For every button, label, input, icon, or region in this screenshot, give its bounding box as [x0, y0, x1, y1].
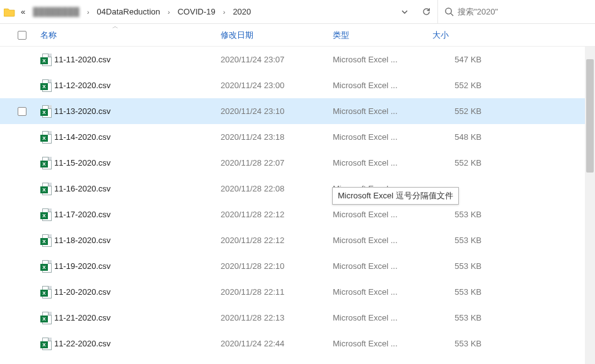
- column-headers: 名称 ︿ 修改日期 类型 大小: [0, 24, 595, 47]
- search-icon: [444, 7, 454, 16]
- breadcrumb-item-2[interactable]: COVID-19: [175, 4, 219, 19]
- row-checkbox[interactable]: [18, 107, 40, 116]
- file-type: Microsoft Excel ...: [333, 81, 432, 90]
- file-type: Microsoft Excel ...: [333, 236, 432, 245]
- chevron-right-icon[interactable]: ›: [165, 6, 173, 18]
- type-tooltip: Microsoft Excel 逗号分隔值文件: [332, 187, 459, 205]
- file-name: 11-15-2020.csv: [54, 158, 221, 168]
- file-row[interactable]: X 11-22-2020.csv 2020/11/24 22:44 Micros…: [0, 331, 585, 356]
- file-row[interactable]: X 11-16-2020.csv 2020/11/28 22:08 Micros…: [0, 176, 585, 202]
- breadcrumb-item-1[interactable]: 04DataReduction: [94, 4, 163, 19]
- breadcrumb-overflow[interactable]: «: [18, 4, 28, 19]
- breadcrumb[interactable]: « ████████ › 04DataReduction › COVID-19 …: [18, 4, 393, 19]
- svg-line-1: [451, 13, 453, 16]
- file-date: 2020/11/28 22:12: [221, 236, 333, 245]
- file-name: 11-19-2020.csv: [54, 261, 221, 271]
- file-name: 11-22-2020.csv: [54, 339, 221, 348]
- column-header-size[interactable]: 大小: [432, 30, 489, 41]
- file-row[interactable]: X 11-11-2020.csv 2020/11/24 23:07 Micros…: [0, 47, 585, 72]
- history-dropdown-button[interactable]: [398, 6, 411, 18]
- file-type: Microsoft Excel ...: [333, 106, 432, 116]
- file-row[interactable]: X 11-21-2020.csv 2020/11/28 22:13 Micros…: [0, 305, 585, 331]
- row-checkbox[interactable]: [18, 339, 40, 348]
- excel-csv-icon: X: [40, 338, 54, 350]
- file-row[interactable]: X 11-12-2020.csv 2020/11/24 23:00 Micros…: [0, 72, 585, 98]
- excel-csv-icon: X: [40, 157, 54, 169]
- file-row[interactable]: X 11-14-2020.csv 2020/11/24 23:18 Micros…: [0, 124, 585, 150]
- file-date: 2020/11/24 23:10: [221, 106, 333, 116]
- file-date: 2020/11/28 22:11: [221, 287, 333, 297]
- file-size: 553 KB: [432, 313, 489, 322]
- row-checkbox[interactable]: [18, 210, 40, 219]
- file-size: 547 KB: [432, 55, 489, 64]
- chevron-right-icon[interactable]: ›: [84, 6, 93, 18]
- row-checkbox[interactable]: [18, 236, 40, 245]
- breadcrumb-item-root[interactable]: ████████: [30, 4, 83, 19]
- row-checkbox[interactable]: [18, 81, 40, 90]
- excel-csv-icon: X: [40, 260, 54, 273]
- sort-caret-icon: ︿: [112, 22, 118, 31]
- column-header-date[interactable]: 修改日期: [221, 30, 333, 41]
- file-size: 548 KB: [432, 132, 489, 142]
- refresh-button[interactable]: [420, 6, 432, 18]
- file-date: 2020/11/28 22:13: [221, 313, 333, 322]
- file-name: 11-13-2020.csv: [54, 106, 221, 116]
- file-date: 2020/11/24 23:18: [221, 132, 333, 142]
- scrollbar-vertical[interactable]: [585, 47, 595, 364]
- file-type: Microsoft Excel ...: [333, 210, 432, 219]
- file-date: 2020/11/28 22:07: [221, 158, 333, 168]
- row-checkbox[interactable]: [18, 133, 40, 142]
- search-box[interactable]: [437, 0, 595, 23]
- file-size: 553 KB: [432, 210, 489, 219]
- file-name: 11-11-2020.csv: [54, 55, 221, 64]
- file-date: 2020/11/28 22:08: [221, 184, 333, 193]
- file-size: 553 KB: [432, 339, 489, 348]
- file-type: Microsoft Excel ...: [333, 339, 432, 348]
- file-list: X 11-11-2020.csv 2020/11/24 23:07 Micros…: [0, 47, 595, 364]
- row-checkbox[interactable]: [18, 314, 40, 322]
- file-name: 11-20-2020.csv: [54, 287, 221, 297]
- file-row[interactable]: X 11-13-2020.csv 2020/11/24 23:10 Micros…: [0, 98, 585, 124]
- folder-icon: [4, 6, 15, 18]
- excel-csv-icon: X: [40, 183, 54, 195]
- excel-csv-icon: X: [40, 312, 54, 324]
- file-date: 2020/11/24 22:44: [221, 339, 333, 348]
- row-checkbox[interactable]: [18, 159, 40, 168]
- excel-csv-icon: X: [40, 54, 54, 66]
- file-row[interactable]: X 11-20-2020.csv 2020/11/28 22:11 Micros…: [0, 279, 585, 305]
- file-date: 2020/11/24 23:07: [221, 55, 333, 64]
- file-type: Microsoft Excel ...: [333, 132, 432, 142]
- excel-csv-icon: X: [40, 208, 54, 221]
- file-name: 11-12-2020.csv: [54, 81, 221, 90]
- chevron-right-icon[interactable]: ›: [220, 6, 229, 18]
- file-row[interactable]: X 11-17-2020.csv 2020/11/28 22:12 Micros…: [0, 202, 585, 227]
- breadcrumb-item-3[interactable]: 2020: [229, 4, 254, 19]
- file-type: Microsoft Excel ...: [333, 261, 432, 271]
- excel-csv-icon: X: [40, 286, 54, 299]
- file-row[interactable]: X 11-15-2020.csv 2020/11/28 22:07 Micros…: [0, 150, 585, 176]
- svg-point-0: [446, 8, 451, 14]
- address-bar: « ████████ › 04DataReduction › COVID-19 …: [0, 0, 595, 24]
- column-header-label: 名称: [40, 30, 57, 40]
- row-checkbox[interactable]: [18, 185, 40, 193]
- file-row[interactable]: X 11-18-2020.csv 2020/11/28 22:12 Micros…: [0, 227, 585, 253]
- select-all-checkbox[interactable]: [18, 31, 40, 40]
- scrollbar-thumb[interactable]: [586, 59, 594, 173]
- file-row[interactable]: X 11-19-2020.csv 2020/11/28 22:10 Micros…: [0, 253, 585, 279]
- column-header-type[interactable]: 类型: [333, 30, 432, 41]
- row-checkbox[interactable]: [18, 262, 40, 271]
- file-name: 11-16-2020.csv: [54, 184, 221, 193]
- column-header-name[interactable]: 名称 ︿: [40, 30, 221, 41]
- file-name: 11-21-2020.csv: [54, 313, 221, 322]
- file-size: 552 KB: [432, 106, 489, 116]
- file-type: Microsoft Excel ...: [333, 55, 432, 64]
- row-checkbox[interactable]: [18, 55, 40, 64]
- row-checkbox[interactable]: [18, 288, 40, 297]
- file-date: 2020/11/28 22:10: [221, 261, 333, 271]
- search-input[interactable]: [458, 7, 589, 16]
- file-date: 2020/11/28 22:12: [221, 210, 333, 219]
- file-size: 552 KB: [432, 81, 489, 90]
- file-size: 553 KB: [432, 261, 489, 271]
- file-type: Microsoft Excel ...: [333, 287, 432, 297]
- excel-csv-icon: X: [40, 105, 54, 118]
